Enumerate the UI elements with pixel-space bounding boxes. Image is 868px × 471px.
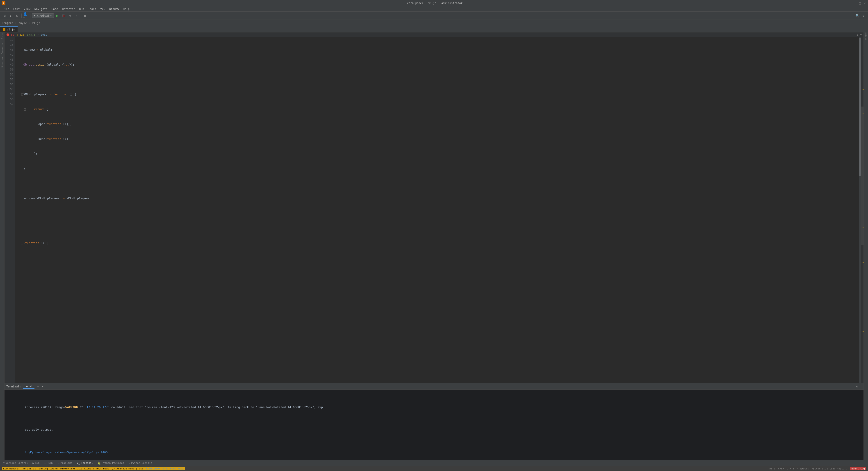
tab-v1js-label: v1.js — [7, 28, 15, 31]
title-bar: L LearnSpider - v1.js - Administrator ─ … — [0, 0, 868, 6]
cursor-position[interactable]: 55:1 — [769, 467, 775, 470]
left-panel-icons: Project Bookmarks Structure — [0, 32, 4, 460]
project-panel-icon[interactable]: Project — [0, 33, 4, 37]
terminal-settings-icon[interactable]: ⚙ — [856, 385, 858, 388]
run-config-chevron: ▾ — [50, 14, 52, 17]
bottom-toolbar: ⑂ Version Control ▶ Run ☰ TODO ⚠ Problem… — [0, 460, 868, 466]
line-sep[interactable]: CRLF — [778, 467, 784, 470]
terminal-label-btn: Terminal — [81, 462, 93, 465]
line-num-12: 12 — [4, 37, 13, 42]
menu-code[interactable]: Code — [50, 7, 60, 11]
code-line-52: -}; — [17, 166, 857, 171]
menu-navigate[interactable]: Navigate — [33, 7, 49, 11]
menu-tools[interactable]: Tools — [86, 7, 98, 11]
database-panel-icon[interactable]: Database — [864, 33, 868, 37]
run-button[interactable]: ▶ — [55, 13, 60, 19]
group-button[interactable]: 👤+ — [23, 13, 29, 19]
line-num-54: 54 — [4, 87, 13, 92]
settings-button[interactable]: ⚙ — [861, 13, 866, 19]
problems-icon: ⚠ — [58, 462, 60, 465]
menu-help[interactable]: Help — [121, 7, 131, 11]
info-count[interactable]: ℹ 6473 — [27, 33, 35, 36]
interpreter[interactable]: Python 3.11 (LearnSpi... — [811, 467, 847, 470]
app-icon: L — [2, 1, 5, 5]
menu-view[interactable]: View — [22, 7, 32, 11]
tab-bar: v1.js — [0, 26, 868, 32]
version-control-button[interactable]: ⑂ Version Control — [1, 460, 30, 466]
terminal-icon: >_ — [77, 462, 80, 465]
code-editor[interactable]: 12 13 46 47 48 49 50 51 52 53 54 55 56 5… — [4, 37, 864, 383]
terminal-label: Terminal: — [6, 385, 21, 388]
bookmarks-panel-icon[interactable]: Bookmarks — [0, 47, 4, 51]
problems-button[interactable]: ⚠ Problems — [56, 460, 74, 466]
line-num-48: 48 — [4, 57, 13, 62]
forward-button[interactable]: ▶ — [8, 13, 13, 19]
menu-bar: File Edit View Navigate Code Refactor Ru… — [0, 6, 868, 12]
todo-button[interactable]: ☰ TODO — [42, 460, 56, 466]
line-numbers: 12 13 46 47 48 49 50 51 52 53 54 55 56 5… — [4, 37, 15, 383]
python-console-button[interactable]: ▷ Python Console — [126, 460, 154, 466]
event-log-button[interactable]: Event Log — [850, 467, 866, 470]
code-line-48: - return { — [17, 107, 857, 112]
error-count[interactable]: 🔴 51 — [6, 33, 14, 36]
run-config-icon: ▶ — [34, 14, 36, 17]
breadcrumb-day12[interactable]: day12 — [19, 22, 27, 25]
breadcrumb-project[interactable]: Project — [2, 22, 13, 25]
menu-vcs[interactable]: VCS — [98, 7, 107, 11]
vertical-scrollbar[interactable] — [859, 37, 861, 383]
search-everywhere-button[interactable]: 🔍 — [855, 13, 860, 19]
terminal-content[interactable]: (process:27016): Pango-WARNING **: 17:14… — [4, 390, 864, 460]
python-packages-button[interactable]: 🐍 Python Packages — [95, 460, 126, 466]
run-config-selector[interactable]: ▶ 3.构建轨迹 ▾ — [32, 13, 54, 18]
hint-count[interactable]: ✓ 1001 — [38, 33, 47, 36]
main-content: Project Bookmarks Structure 🔴 51 ⚠ 826 ℹ… — [0, 32, 868, 460]
line-num-47: 47 — [4, 52, 13, 57]
profile-button[interactable]: ⚡ — [74, 13, 79, 19]
line-num-57: 57 — [4, 102, 13, 107]
code-line-47: -XMLHttpRequest = function () { — [17, 92, 857, 97]
code-line-53 — [17, 181, 857, 186]
menu-file[interactable]: File — [1, 7, 11, 11]
indent[interactable]: 4 spaces — [797, 467, 809, 470]
terminal-chevron-icon[interactable]: ▾ — [42, 385, 44, 388]
terminal-tab-local[interactable]: Local — [23, 384, 34, 389]
configure-link[interactable]: Configure (2 minutes ago) — [146, 467, 184, 470]
warning-count[interactable]: ⚠ 826 — [17, 33, 24, 36]
scroll-down-icon[interactable]: ▼ — [860, 33, 862, 36]
python-packages-label: Python Packages — [102, 462, 124, 465]
scroll-up-icon[interactable]: ▲ — [857, 33, 859, 36]
minimize-button[interactable]: ─ — [854, 2, 856, 4]
memory-warning[interactable]: Low memory: The IDE is running low on me… — [2, 467, 185, 470]
terminal-add-button[interactable]: + — [36, 385, 40, 388]
menu-window[interactable]: Window — [107, 7, 121, 11]
memory-warning-text: Low memory: The IDE is running low on me… — [3, 467, 144, 470]
stop-button[interactable]: ■ — [83, 13, 88, 19]
run-panel-button[interactable]: ▶ Run — [30, 460, 42, 466]
breadcrumb-current-file[interactable]: v1.js — [32, 22, 40, 25]
menu-run[interactable]: Run — [77, 7, 86, 11]
scroll-thumb[interactable] — [859, 38, 861, 176]
line-num-52: 52 — [4, 77, 13, 82]
tab-v1js[interactable]: v1.js — [0, 26, 18, 32]
maximize-button[interactable]: □ — [859, 2, 861, 4]
code-line-12: window = global; — [17, 47, 857, 52]
close-button[interactable]: ✕ — [864, 2, 866, 4]
debug-button[interactable]: 🐞 — [61, 13, 66, 19]
terminal-button[interactable]: >_ Terminal — [74, 460, 95, 466]
menu-refactor[interactable]: Refactor — [60, 7, 77, 11]
editor-area: 🔴 51 ⚠ 826 ℹ 6473 ✓ 1001 ▲ ▼ 12 13 46 47… — [4, 32, 864, 460]
encoding[interactable]: UTF-8 — [787, 467, 794, 470]
code-content[interactable]: window = global; -Object.assign(global, … — [15, 37, 859, 383]
breadcrumb-sep-1: › — [15, 21, 17, 25]
back-button[interactable]: ◀ — [2, 13, 7, 19]
terminal-minimize-icon[interactable]: — — [860, 385, 862, 388]
error-status-bar: 🔴 51 ⚠ 826 ℹ 6473 ✓ 1001 ▲ ▼ — [4, 32, 864, 37]
code-line-54: window.XMLHttpRequest = XMLHttpRequest; — [17, 196, 857, 201]
line-num-55: 55 — [4, 92, 13, 97]
structure-panel-icon[interactable]: Structure — [0, 60, 4, 64]
refresh-button[interactable]: ↻ — [14, 13, 20, 19]
menu-edit[interactable]: Edit — [11, 7, 22, 11]
coverage-button[interactable]: ◎ — [67, 13, 73, 19]
status-right: 55:1 CRLF UTF-8 4 spaces Python 3.11 (Le… — [769, 467, 866, 470]
minimap — [861, 37, 864, 383]
